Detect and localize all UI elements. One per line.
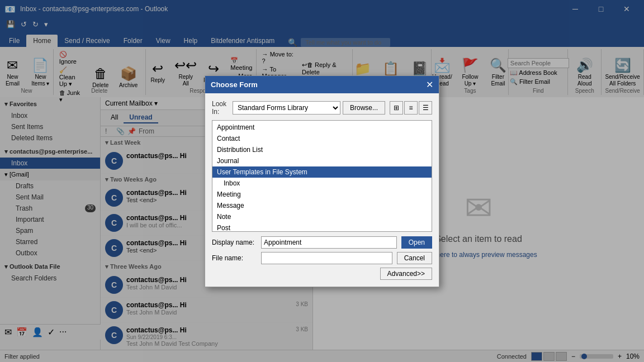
choose-form-modal: Choose Form ✕ Look In: Standard Forms Li… (205, 75, 439, 287)
list-item-distribution[interactable]: Distribution List (212, 144, 432, 155)
view-list-button[interactable]: ☰ (419, 101, 432, 115)
list-item-appointment[interactable]: Appointment (212, 122, 432, 133)
list-item-journal[interactable]: Journal (212, 155, 432, 166)
list-item-post[interactable]: Post (212, 222, 432, 232)
modal-body: Look In: Standard Forms Library Personal… (205, 93, 439, 287)
form-list: Appointment Contact Distribution List Jo… (212, 120, 432, 232)
display-name-input[interactable] (261, 236, 397, 249)
display-name-row: Display name: Open (212, 236, 432, 249)
list-item-contact[interactable]: Contact (212, 133, 432, 144)
advanced-row: Advanced>> (212, 268, 432, 280)
view-large-icons-button[interactable]: ⊞ (390, 101, 403, 115)
look-in-select[interactable]: Standard Forms Library Personal Forms Li… (233, 101, 340, 115)
modal-title: Choose Form (211, 80, 258, 89)
modal-overlay: Choose Form ✕ Look In: Standard Forms Li… (0, 0, 644, 362)
list-item-inbox[interactable]: Inbox (212, 178, 432, 189)
list-item-user-templates[interactable]: User Templates in File System (212, 166, 432, 178)
modal-close-button[interactable]: ✕ (426, 79, 433, 90)
browse-button[interactable]: Browse... (343, 101, 385, 115)
list-item-note[interactable]: Note (212, 211, 432, 222)
list-item-meeting[interactable]: Meeting (212, 189, 432, 200)
view-small-icons-button[interactable]: ≡ (404, 101, 418, 115)
file-name-input[interactable] (261, 252, 392, 264)
file-name-label: File name: (212, 254, 257, 262)
look-in-label: Look In: (212, 100, 228, 116)
display-name-label: Display name: (212, 239, 257, 246)
advanced-button[interactable]: Advanced>> (380, 268, 432, 280)
look-in-row: Look In: Standard Forms Library Personal… (212, 100, 432, 116)
cancel-button[interactable]: Cancel (397, 252, 432, 264)
file-name-row: File name: Cancel (212, 252, 432, 264)
open-button[interactable]: Open (401, 236, 432, 249)
list-item-message[interactable]: Message (212, 200, 432, 211)
modal-title-bar: Choose Form ✕ (205, 76, 439, 93)
